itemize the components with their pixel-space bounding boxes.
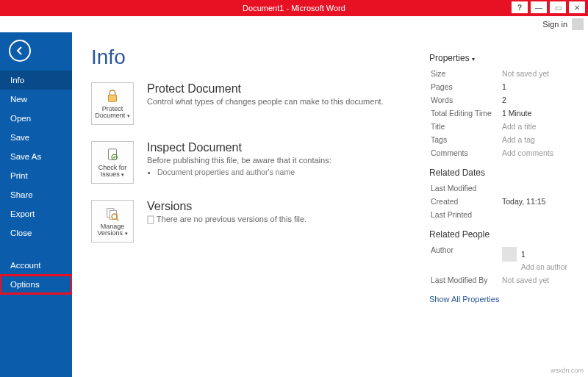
manage-versions-button[interactable]: Manage Versions ▾ <box>91 200 134 243</box>
sidebar-item-options[interactable]: Options <box>0 275 72 294</box>
related-people-heading: Related People <box>429 229 569 240</box>
document-check-icon <box>104 147 121 163</box>
properties-panel: Properties ▾ SizeNot saved yet Pages1 Wo… <box>429 46 569 370</box>
sidebar-item-new[interactable]: New <box>0 90 72 109</box>
svg-rect-0 <box>109 95 117 101</box>
page-title: Info <box>91 46 416 69</box>
inspect-document-title: Inspect Document <box>147 141 331 154</box>
avatar[interactable] <box>572 18 584 30</box>
sidebar-item-account[interactable]: Account <box>0 256 72 275</box>
svg-line-6 <box>117 218 119 220</box>
table-row: Last Printed <box>431 209 567 220</box>
title-bar: Document1 - Microsoft Word ? — ▭ ✕ <box>0 0 588 16</box>
table-row: Total Editing Time1 Minute <box>431 107 567 119</box>
sidebar-item-saveas[interactable]: Save As <box>0 147 72 166</box>
watermark: wsxdn.com <box>551 367 584 374</box>
restore-button[interactable]: ▭ <box>550 1 566 13</box>
sidebar-item-share[interactable]: Share <box>0 185 72 204</box>
minimize-button[interactable]: — <box>531 1 547 13</box>
sidebar-item-print[interactable]: Print <box>0 166 72 185</box>
table-row: Last Modified ByNot saved yet <box>431 274 567 286</box>
dates-table: Last Modified CreatedToday, 11:15 Last P… <box>429 181 569 222</box>
table-row: CommentsAdd comments <box>431 147 567 159</box>
show-all-properties-link[interactable]: Show All Properties <box>429 295 569 304</box>
inspect-document-desc: Before publishing this file, be aware th… <box>147 156 331 165</box>
properties-heading[interactable]: Properties ▾ <box>429 53 569 63</box>
versions-desc: There are no previous versions of this f… <box>147 215 306 224</box>
protect-document-title: Protect Document <box>147 82 384 96</box>
sidebar-item-info[interactable]: Info <box>0 71 72 90</box>
inspect-bullet-list: Document properties and author's name <box>157 168 331 176</box>
table-row: CreatedToday, 11:15 <box>431 195 567 207</box>
add-author-link[interactable]: Add an author <box>521 263 567 271</box>
sign-in-link[interactable]: Sign in <box>542 20 567 29</box>
protect-document-button[interactable]: Protect Document ▾ <box>91 82 134 125</box>
ribbon-strip: Sign in <box>0 16 588 32</box>
svg-rect-4 <box>110 210 116 219</box>
author-row[interactable]: 1 <box>502 247 567 262</box>
people-table: Author 1 Add an author Last Modified ByN… <box>429 243 569 287</box>
versions-title: Versions <box>147 200 306 213</box>
backstage-main: Info Protect Document ▾ Protect Document… <box>72 32 588 377</box>
sidebar-item-close[interactable]: Close <box>0 223 72 243</box>
inspect-document-section: Check for Issues ▾ Inspect Document Befo… <box>91 141 416 184</box>
backstage-sidebar: Info New Open Save Save As Print Share E… <box>0 32 72 377</box>
properties-table: SizeNot saved yet Pages1 Words2 Total Ed… <box>429 66 569 160</box>
document-icon <box>147 215 154 224</box>
close-button[interactable]: ✕ <box>569 1 585 13</box>
table-row: SizeNot saved yet <box>431 68 567 79</box>
author-avatar <box>502 247 517 262</box>
related-dates-heading: Related Dates <box>429 168 569 178</box>
sidebar-item-export[interactable]: Export <box>0 204 72 223</box>
window-title: Document1 - Microsoft Word <box>243 4 345 12</box>
table-row: TitleAdd a title <box>431 121 567 132</box>
table-row: Last Modified <box>431 182 567 194</box>
table-row: Words2 <box>431 94 567 106</box>
check-for-issues-button[interactable]: Check for Issues ▾ <box>91 141 134 184</box>
help-button[interactable]: ? <box>512 1 528 13</box>
versions-section: Manage Versions ▾ Versions There are no … <box>91 200 416 243</box>
account-area[interactable]: Sign in <box>542 18 584 30</box>
author-count: 1 <box>521 250 526 259</box>
versions-icon <box>104 206 121 222</box>
sidebar-item-open[interactable]: Open <box>0 109 72 128</box>
table-row: Pages1 <box>431 81 567 93</box>
sidebar-item-save[interactable]: Save <box>0 128 72 147</box>
table-row: TagsAdd a tag <box>431 134 567 146</box>
table-row: Author 1 Add an author <box>431 244 567 273</box>
protect-document-section: Protect Document ▾ Protect Document Cont… <box>91 82 416 125</box>
protect-document-desc: Control what types of changes people can… <box>147 97 384 106</box>
lock-icon <box>104 88 121 104</box>
window-controls: ? — ▭ ✕ <box>512 1 585 13</box>
back-button[interactable] <box>9 40 31 62</box>
svg-rect-7 <box>148 216 154 223</box>
